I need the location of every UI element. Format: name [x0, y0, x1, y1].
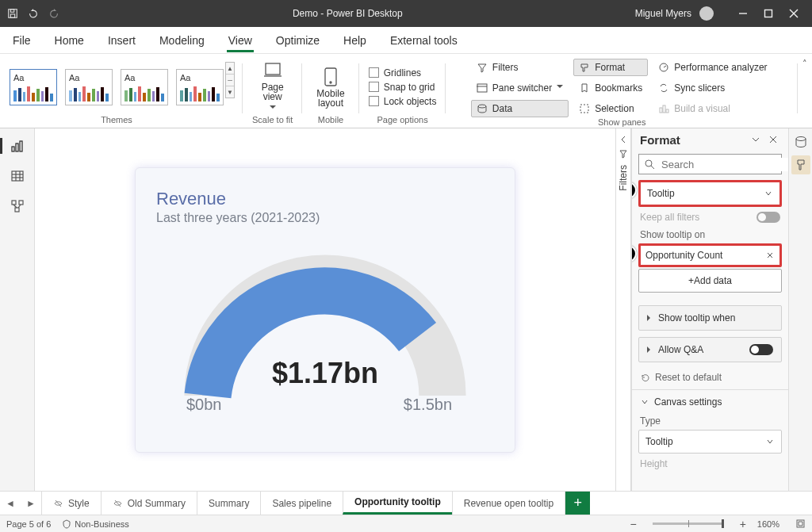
theme-tile-1[interactable]: Aa: [10, 69, 57, 105]
gauge-min-label: $0bn: [186, 396, 222, 414]
filters-pane-button[interactable]: Filters: [471, 59, 569, 76]
gauge-visual[interactable]: Revenue Last three years (2021-2023) $1.…: [135, 167, 515, 453]
sync-slicers-button[interactable]: Sync slicers: [653, 79, 772, 97]
fit-to-page-icon[interactable]: [795, 519, 806, 529]
close-button[interactable]: [782, 6, 806, 21]
selection-pane-button[interactable]: Selection: [573, 100, 648, 117]
tabs-prev[interactable]: ◄: [0, 498, 21, 509]
filters-vertical-label: Filters: [618, 165, 629, 191]
report-view-icon[interactable]: [8, 136, 27, 155]
menu-home[interactable]: Home: [53, 29, 86, 52]
tab-old-summary[interactable]: Old Summary: [101, 492, 197, 515]
tab-revenue-label: Revenue open tooltip: [464, 498, 553, 509]
sync-label: Sync slicers: [674, 82, 725, 94]
redo-icon[interactable]: [48, 7, 60, 20]
add-data-button[interactable]: +Add data: [638, 269, 782, 293]
user-avatar[interactable]: [699, 6, 714, 21]
expand-icon[interactable]: [619, 135, 628, 144]
gauge-value: $1.17bn: [178, 357, 472, 390]
zoom-slider[interactable]: [653, 522, 724, 525]
page-view-label: Page view: [262, 82, 284, 101]
snap-checkbox[interactable]: Snap to grid: [369, 82, 437, 93]
save-icon[interactable]: [6, 7, 19, 20]
tab-opportunity-label: Opportunity tooltip: [354, 496, 441, 507]
hidden-icon: [113, 498, 123, 508]
format-pane-button[interactable]: Format: [573, 59, 648, 76]
maximize-button[interactable]: [756, 6, 780, 21]
user-name[interactable]: Miguel Myers: [635, 8, 691, 19]
show-tooltip-when-section[interactable]: Show tooltip when: [638, 305, 782, 331]
data-pane-button[interactable]: Data: [471, 100, 569, 117]
opportunity-count-field[interactable]: Opportunity Count: [638, 243, 782, 267]
ribbon-group-page-options: Gridlines Snap to grid Lock objects Page…: [359, 54, 446, 128]
menu-file[interactable]: File: [11, 29, 33, 52]
theme-tile-3[interactable]: Aa: [121, 69, 168, 105]
sensitivity-button[interactable]: Non-Business: [62, 519, 128, 529]
model-view-icon[interactable]: [8, 197, 27, 216]
format-rail-icon[interactable]: [791, 155, 810, 174]
visual-title: Revenue: [156, 189, 494, 209]
svg-rect-13: [580, 105, 588, 113]
chevron-down-icon: [764, 189, 773, 198]
menu-help[interactable]: Help: [342, 29, 368, 52]
status-bar: Page 5 of 6 Non-Business − + 160%: [0, 515, 812, 532]
pane-switcher-button[interactable]: Pane switcher: [471, 79, 569, 97]
svg-rect-20: [20, 141, 22, 151]
svg-point-31: [645, 160, 652, 166]
zoom-in-button[interactable]: +: [740, 518, 746, 530]
canvas-settings-header[interactable]: Canvas settings: [632, 389, 788, 414]
filters-pane-collapsed[interactable]: Filters: [615, 128, 631, 491]
tooltip-dropdown[interactable]: Tooltip: [638, 180, 782, 207]
theme-tile-4[interactable]: Aa: [176, 69, 224, 105]
svg-rect-17: [666, 109, 668, 113]
menu-optimize[interactable]: Optimize: [274, 29, 321, 52]
themes-scroll[interactable]: ▲ ─ ▼: [225, 62, 235, 98]
zoom-out-button[interactable]: −: [630, 518, 636, 530]
undo-icon[interactable]: [27, 7, 40, 20]
menu-insert[interactable]: Insert: [106, 29, 137, 52]
allow-qa-toggle[interactable]: [749, 344, 773, 355]
report-canvas[interactable]: Revenue Last three years (2021-2023) $1.…: [35, 128, 615, 491]
tabs-next[interactable]: ►: [21, 498, 41, 509]
chevron-up-icon[interactable]: ▲: [226, 63, 234, 74]
tab-opportunity-tooltip[interactable]: Opportunity tooltip: [343, 492, 452, 515]
gridlines-checkbox[interactable]: Gridlines: [369, 67, 437, 78]
close-icon[interactable]: [768, 134, 780, 147]
format-search[interactable]: [638, 154, 782, 174]
bookmarks-pane-button[interactable]: Bookmarks: [573, 79, 648, 97]
chevron-down-icon[interactable]: ▼: [226, 86, 234, 98]
minimize-button[interactable]: [731, 6, 755, 21]
mobile-layout-button[interactable]: Mobile layout: [312, 67, 349, 108]
tab-sales-pipeline[interactable]: Sales pipeline: [260, 492, 343, 515]
allow-qa-section[interactable]: Allow Q&A: [638, 337, 782, 362]
performance-analyzer-button[interactable]: Performance analyzer: [653, 59, 772, 76]
reset-to-default-button[interactable]: Reset to default: [632, 366, 788, 389]
chevron-down-icon[interactable]: [750, 134, 763, 147]
tab-revenue-open-tooltip[interactable]: Revenue open tooltip: [452, 492, 565, 515]
table-view-icon[interactable]: [8, 166, 27, 186]
tab-summary[interactable]: Summary: [197, 492, 260, 515]
menu-modeling[interactable]: Modeling: [158, 29, 206, 52]
remove-icon[interactable]: [765, 251, 775, 260]
theme-tile-2[interactable]: Aa: [65, 69, 113, 105]
tab-style[interactable]: Style: [41, 492, 101, 515]
chevron-mid-icon[interactable]: ─: [226, 74, 234, 86]
page-view-button[interactable]: Page view: [257, 60, 289, 114]
sensitivity-label: Non-Business: [75, 519, 128, 529]
canvas-type-dropdown[interactable]: Tooltip: [638, 430, 782, 454]
svg-point-12: [478, 105, 486, 108]
build-label: Build a visual: [674, 103, 730, 114]
filters-label: Filters: [492, 62, 519, 73]
menu-view[interactable]: View: [227, 29, 254, 52]
ribbon-group-show-panes: Filters Pane switcher Data Format: [446, 54, 798, 128]
data-rail-icon[interactable]: [794, 135, 808, 149]
svg-rect-21: [12, 171, 23, 181]
data-icon: [477, 103, 488, 114]
search-input[interactable]: [660, 158, 788, 171]
add-page-button[interactable]: +: [565, 492, 590, 515]
svg-rect-26: [12, 201, 16, 205]
menu-external-tools[interactable]: External tools: [389, 29, 459, 52]
ribbon-collapse-icon[interactable]: ˄: [802, 59, 807, 69]
lock-checkbox[interactable]: Lock objects: [369, 96, 437, 107]
zoom-level[interactable]: 160%: [757, 519, 779, 529]
